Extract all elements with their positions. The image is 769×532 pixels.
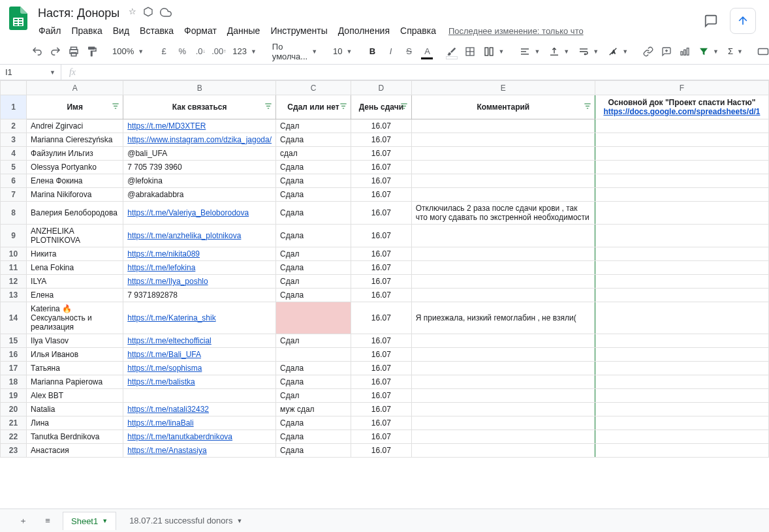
row-head-2[interactable]: 2 bbox=[1, 119, 27, 133]
cell[interactable]: 7 705 739 3960 bbox=[123, 161, 276, 174]
row-head-12[interactable]: 12 bbox=[1, 275, 27, 289]
cell[interactable]: 16.07 bbox=[351, 375, 411, 389]
row-head-17[interactable]: 17 bbox=[1, 362, 27, 375]
menu-tools[interactable]: Инструменты bbox=[266, 23, 332, 39]
cell[interactable] bbox=[595, 174, 768, 188]
cell[interactable] bbox=[276, 302, 351, 334]
menu-edit[interactable]: Правка bbox=[67, 23, 106, 39]
row-head-22[interactable]: 22 bbox=[1, 430, 27, 444]
cell[interactable]: Marianna Ciereszyńska bbox=[27, 133, 123, 147]
cell[interactable]: 16.07 bbox=[351, 202, 411, 225]
cell[interactable]: Сдала bbox=[276, 161, 351, 174]
zoom-select[interactable]: 100%▼ bbox=[108, 44, 148, 59]
cell[interactable]: 16.07 bbox=[351, 348, 411, 362]
cell[interactable]: Ilya Vlasov bbox=[27, 334, 123, 348]
cell[interactable] bbox=[595, 261, 768, 275]
cell[interactable] bbox=[411, 362, 595, 375]
header-maindoc[interactable]: Основной док "Проект спасти Настю"https:… bbox=[595, 95, 768, 119]
col-head-C[interactable]: C bbox=[276, 81, 351, 95]
cell[interactable] bbox=[595, 348, 768, 362]
cell[interactable] bbox=[595, 302, 768, 334]
cell[interactable]: https://t.me/lefokina bbox=[123, 261, 276, 275]
increase-decimal-button[interactable]: .00↑ bbox=[210, 43, 227, 60]
cell[interactable] bbox=[411, 174, 595, 188]
redo-button[interactable] bbox=[47, 43, 64, 60]
fill-color-button[interactable] bbox=[443, 43, 460, 60]
cell[interactable]: Сдала bbox=[276, 202, 351, 225]
cell[interactable]: Lena Fokina bbox=[27, 261, 123, 275]
cell[interactable]: Alex BBT bbox=[27, 389, 123, 403]
cell[interactable] bbox=[411, 416, 595, 430]
cell[interactable]: @bali_UFA bbox=[123, 147, 276, 161]
paint-format-button[interactable] bbox=[84, 43, 101, 60]
filter-icon[interactable] bbox=[339, 102, 348, 113]
cell[interactable]: Сдала bbox=[276, 133, 351, 147]
cell[interactable]: 16.07 bbox=[351, 261, 411, 275]
text-color-button[interactable]: A bbox=[418, 43, 435, 60]
grid[interactable]: A B C D E F 1 Имя Как связаться Сдал или… bbox=[0, 80, 769, 509]
cell[interactable] bbox=[411, 348, 595, 362]
header-contact[interactable]: Как связаться bbox=[123, 95, 276, 119]
cell[interactable]: Я приезжала, низкий гемоглабин , не взял… bbox=[411, 302, 595, 334]
comment-button[interactable] bbox=[658, 43, 675, 60]
cell[interactable]: https://t.me/Bali_UFA bbox=[123, 348, 276, 362]
cell[interactable] bbox=[595, 375, 768, 389]
col-head-D[interactable]: D bbox=[351, 81, 411, 95]
cell[interactable] bbox=[595, 161, 768, 174]
cell[interactable]: @abrakadabbra bbox=[123, 188, 276, 202]
row-head-21[interactable]: 21 bbox=[1, 416, 27, 430]
cell[interactable] bbox=[595, 202, 768, 225]
cell[interactable] bbox=[595, 119, 768, 133]
cell[interactable]: Валерия Белобородова bbox=[27, 202, 123, 225]
cell[interactable]: https://t.me/anzhelika_plotnikova bbox=[123, 225, 276, 247]
cell[interactable]: Отключилась 2 раза после сдачи крови , т… bbox=[411, 202, 595, 225]
col-head-A[interactable]: A bbox=[27, 81, 123, 95]
cell[interactable]: Сдала bbox=[276, 362, 351, 375]
move-icon[interactable] bbox=[143, 7, 153, 20]
menu-addons[interactable]: Дополнения bbox=[334, 23, 394, 39]
cell[interactable]: Olessya Portyanko bbox=[27, 161, 123, 174]
cell[interactable]: 16.07 bbox=[351, 389, 411, 403]
doc-title[interactable]: Настя: Доноры bbox=[34, 5, 123, 22]
row-head-7[interactable]: 7 bbox=[1, 188, 27, 202]
cell[interactable]: Marianna Papierowa bbox=[27, 375, 123, 389]
filter-icon[interactable] bbox=[583, 102, 592, 113]
keyboard-button[interactable] bbox=[755, 43, 769, 60]
number-format-select[interactable]: 123▼ bbox=[228, 44, 260, 59]
cell[interactable]: Andrei Zgirvaci bbox=[27, 119, 123, 133]
menu-insert[interactable]: Вставка bbox=[135, 23, 178, 39]
menu-help[interactable]: Справка bbox=[396, 23, 441, 39]
cell[interactable]: Никита bbox=[27, 247, 123, 261]
cell[interactable]: Сдала bbox=[276, 416, 351, 430]
cell[interactable] bbox=[123, 389, 276, 403]
cell[interactable]: https://t.me/tanutkaberdnikova bbox=[123, 430, 276, 444]
cell[interactable] bbox=[411, 188, 595, 202]
cell[interactable]: Сдал bbox=[276, 275, 351, 289]
borders-button[interactable] bbox=[462, 43, 479, 60]
cell[interactable]: сдал bbox=[276, 147, 351, 161]
cell[interactable] bbox=[276, 348, 351, 362]
sheet-tab-active[interactable]: Sheet1▼ bbox=[63, 512, 116, 530]
percent-button[interactable]: % bbox=[174, 43, 191, 60]
cell[interactable]: Лина bbox=[27, 416, 123, 430]
row-head-20[interactable]: 20 bbox=[1, 403, 27, 416]
cell[interactable]: 16.07 bbox=[351, 188, 411, 202]
cell[interactable]: 16.07 bbox=[351, 403, 411, 416]
cell[interactable]: @lefokina bbox=[123, 174, 276, 188]
row-head-8[interactable]: 8 bbox=[1, 202, 27, 225]
cell[interactable]: 16.07 bbox=[351, 275, 411, 289]
cell[interactable]: Сдала bbox=[276, 430, 351, 444]
cell[interactable]: ILYA bbox=[27, 275, 123, 289]
undo-button[interactable] bbox=[29, 43, 46, 60]
filter-icon[interactable] bbox=[400, 102, 409, 113]
cell[interactable] bbox=[411, 247, 595, 261]
cell[interactable]: Marina Nikiforova bbox=[27, 188, 123, 202]
cell[interactable]: Анастасия bbox=[27, 444, 123, 458]
header-date[interactable]: День сдачи bbox=[351, 95, 411, 119]
cell[interactable]: 16.07 bbox=[351, 302, 411, 334]
all-sheets-button[interactable]: ≡ bbox=[38, 511, 57, 531]
cell[interactable] bbox=[411, 147, 595, 161]
chart-button[interactable] bbox=[676, 43, 693, 60]
row-head-11[interactable]: 11 bbox=[1, 261, 27, 275]
link-button[interactable] bbox=[640, 43, 657, 60]
